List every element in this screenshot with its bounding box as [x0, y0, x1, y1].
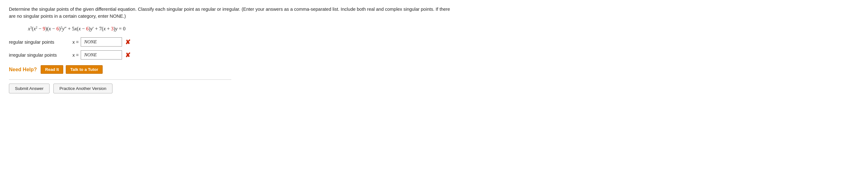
equation-math: x3(x2 − 9)(x − 6)2y″ + 5x(x − 6)y′ + 7(x… [28, 26, 125, 31]
regular-x-eq: x = [72, 40, 79, 45]
problem-description: Determine the singular points of the giv… [9, 6, 454, 20]
read-it-button[interactable]: Read It [41, 65, 63, 74]
regular-incorrect-icon: ✘ [125, 38, 131, 46]
regular-singular-input[interactable] [81, 37, 122, 47]
talk-to-tutor-button[interactable]: Talk to a Tutor [66, 65, 103, 74]
regular-singular-row: regular singular points x = ✘ [9, 37, 859, 47]
regular-singular-label: regular singular points [9, 40, 72, 45]
page-container: Determine the singular points of the giv… [0, 0, 868, 170]
irregular-singular-row: irregular singular points x = ✘ [9, 50, 859, 59]
submit-answer-button[interactable]: Submit Answer [9, 84, 50, 93]
irregular-x-eq: x = [72, 52, 79, 57]
bottom-buttons: Submit Answer Practice Another Version [9, 84, 859, 93]
need-help-row: Need Help? Read It Talk to a Tutor [9, 65, 859, 74]
need-help-label: Need Help? [9, 67, 37, 73]
equation-display: x3(x2 − 9)(x − 6)2y″ + 5x(x − 6)y′ + 7(x… [28, 26, 859, 32]
irregular-singular-label: irregular singular points [9, 52, 72, 57]
irregular-singular-input[interactable] [81, 50, 122, 59]
irregular-incorrect-icon: ✘ [125, 51, 131, 59]
practice-another-version-button[interactable]: Practice Another Version [53, 84, 113, 93]
